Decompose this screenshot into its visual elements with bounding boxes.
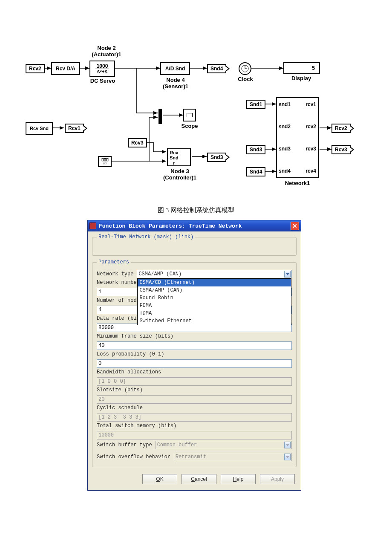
cyclic-input — [97, 413, 292, 422]
svg-point-13 — [242, 65, 248, 72]
figure-caption: 图 3 网络控制系统仿真模型 — [0, 206, 392, 214]
rcv2b-tag: Rcv2 — [331, 124, 351, 133]
clock-label: Clock — [237, 76, 254, 82]
dialog-title: Function Block Parameters: TrueTime Netw… — [99, 223, 291, 229]
loss-prob-label: Loss probability (0-1) — [97, 351, 164, 357]
help-button[interactable]: Help — [221, 474, 256, 484]
min-frame-label: Minimum frame size (bits) — [97, 333, 173, 339]
switch-buf-select: Common buffer — [156, 441, 292, 449]
parameters-dialog: Function Block Parameters: TrueTime Netw… — [87, 220, 301, 491]
mask-legend: Real-Time Network (mask) (link) — [97, 234, 195, 240]
snd4b-tag: Snd4 — [246, 167, 265, 176]
option-switched[interactable]: Switched Ethernet — [138, 317, 291, 325]
bandwidth-label: Bandwidth allocations — [97, 369, 161, 375]
display-block[interactable]: 5 — [283, 62, 320, 74]
clock-block[interactable] — [239, 62, 251, 75]
snd3b-tag: Snd3 — [246, 145, 265, 154]
data-rate-label: Data rate (bi — [97, 315, 137, 321]
option-round-robin[interactable]: Round Robin — [138, 294, 291, 302]
switch-ovf-select: Retransmit — [174, 453, 292, 461]
bandwidth-input — [97, 377, 292, 386]
titlebar[interactable]: Function Block Parameters: TrueTime Netw… — [88, 220, 301, 231]
min-frame-input[interactable] — [97, 341, 292, 350]
node3-block[interactable]: Rcv Snd r — [167, 148, 191, 166]
node4-label: Node 4 (Sensor)1 — [158, 77, 193, 90]
switch-mem-label: Total switch memory (bits) — [97, 423, 176, 429]
node3-label: Node 3 (Controller)1 — [159, 168, 201, 181]
network-block[interactable]: snd1 rcv1 snd2 rcv2 snd3 rcv3 snd4 rcv4 — [276, 97, 319, 178]
snd3-tag: Snd3 — [207, 153, 226, 162]
mask-fieldset: Real-Time Network (mask) (link) — [92, 234, 297, 256]
node2-block[interactable]: Rcv D/A — [51, 62, 80, 75]
rcv1-tag: Rcv1 — [65, 124, 84, 133]
generator-block[interactable]: ▯▯▯▯○○ — [98, 156, 112, 167]
option-fdma[interactable]: FDMA — [138, 302, 291, 309]
chevron-down-icon — [284, 454, 291, 460]
network-label: Network1 — [280, 180, 314, 186]
rcv2-tag: Rcv2 — [26, 64, 45, 73]
display-label: Display — [286, 75, 316, 81]
network-type-select[interactable]: CSMA/AMP (CAN) CSMA/CD (Ethernet) CSMA/A… — [137, 270, 292, 278]
ok-button[interactable]: OK — [142, 474, 177, 484]
rcv3-tag: Rcv3 — [128, 138, 147, 147]
node4-block[interactable]: A/D Snd — [160, 62, 190, 75]
snd4-tag-top: Snd4 — [207, 64, 226, 73]
rcvsnd-block[interactable]: Rcv Snd — [26, 122, 53, 135]
tf-den: s²+s — [95, 69, 109, 74]
option-csma-cd[interactable]: CSMA/CD (Ethernet) — [138, 279, 291, 286]
button-bar: OK Cancel Help Apply — [92, 471, 297, 485]
scope-block[interactable] — [183, 109, 196, 121]
slotsize-label: Slotsize (bits) — [97, 387, 143, 393]
network-type-dropdown[interactable]: CSMA/CD (Ethernet) CSMA/AMP (CAN) Round … — [137, 278, 291, 325]
network-type-label: Network type — [97, 271, 133, 277]
option-csma-amp[interactable]: CSMA/AMP (CAN) — [138, 286, 291, 294]
chevron-down-icon — [284, 442, 291, 448]
switch-buf-label: Switch buffer type — [97, 442, 152, 448]
slotsize-input — [97, 395, 292, 404]
loss-prob-input[interactable] — [97, 359, 292, 368]
switch-ovf-label: Switch overflow behavior — [97, 454, 170, 460]
snd1-tag: Snd1 — [246, 100, 265, 109]
num-nodes-label: Number of nod — [97, 298, 137, 304]
parameters-fieldset: Parameters Network type CSMA/AMP (CAN) C… — [92, 259, 297, 467]
dcservo-block[interactable]: 1000 s²+s — [89, 61, 115, 77]
scope-label: Scope — [179, 123, 200, 129]
app-icon — [89, 223, 96, 229]
apply-button: Apply — [260, 474, 295, 484]
mux-block[interactable] — [159, 109, 162, 124]
network-number-label: Network numbe — [97, 280, 137, 286]
dialog-body: Real-Time Network (mask) (link) Paramete… — [88, 231, 301, 490]
switch-mem-input — [97, 431, 292, 439]
dcservo-label: DC Servo — [89, 78, 117, 84]
cyclic-label: Cyclic schedule — [97, 405, 143, 411]
option-tdma[interactable]: TDMA — [138, 309, 291, 317]
params-legend: Parameters — [97, 259, 131, 265]
rcv3b-tag: Rcv3 — [331, 145, 351, 154]
tf-num: 1000 — [97, 64, 108, 69]
simulink-diagram: Node 2 (Actuator)1 Rcv2 Rcv D/A 1000 s²+… — [26, 47, 358, 196]
close-button[interactable]: ✕ — [291, 222, 299, 230]
node2-label: Node 2 (Actuator)1 — [87, 45, 126, 58]
network-type-value: CSMA/AMP (CAN) — [138, 271, 182, 277]
chevron-down-icon — [284, 271, 291, 278]
cancel-button[interactable]: Cancel — [182, 474, 216, 484]
